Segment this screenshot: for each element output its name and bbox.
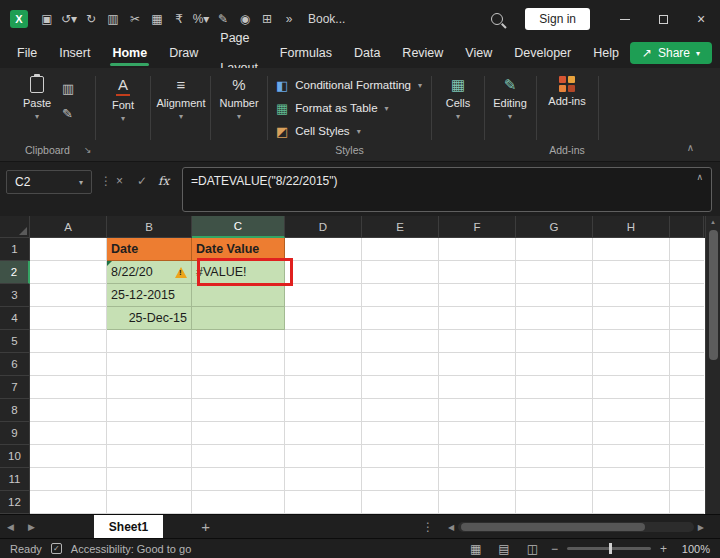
row-header-3[interactable]: 3	[0, 284, 30, 307]
cell-A10[interactable]	[30, 445, 107, 468]
search-icon[interactable]	[491, 13, 503, 25]
column-header-B[interactable]: B	[107, 216, 192, 238]
cell-G12[interactable]	[516, 491, 593, 514]
cell-H9[interactable]	[593, 422, 670, 445]
cell-B9[interactable]	[107, 422, 192, 445]
cell-B7[interactable]	[107, 376, 192, 399]
redo-icon[interactable]: ↻	[80, 12, 102, 26]
tab-help[interactable]: Help	[582, 38, 630, 68]
cell-B1[interactable]: Date	[107, 238, 192, 261]
chart-icon[interactable]: ▦	[146, 12, 168, 26]
cell-A4[interactable]	[30, 307, 107, 330]
column-header-A[interactable]: A	[30, 216, 107, 238]
cell-G3[interactable]	[516, 284, 593, 307]
zoom-in-icon[interactable]: +	[660, 542, 667, 556]
cell-G11[interactable]	[516, 468, 593, 491]
cell-H6[interactable]	[593, 353, 670, 376]
currency-format-icon[interactable]: ₹	[168, 12, 190, 26]
tab-data[interactable]: Data	[343, 38, 391, 68]
cell-E8[interactable]	[362, 399, 439, 422]
cell-D9[interactable]	[285, 422, 362, 445]
conditional-formatting-button[interactable]: ◧ Conditional Formatting ▾	[276, 76, 422, 94]
row-header-2[interactable]: 2	[0, 261, 30, 284]
alignment-group-button[interactable]: ≡ Alignment ▾	[152, 76, 210, 121]
cell-D10[interactable]	[285, 445, 362, 468]
cell-C8[interactable]	[192, 399, 285, 422]
column-header-C[interactable]: C	[192, 216, 285, 238]
cell-B6[interactable]	[107, 353, 192, 376]
row-header-6[interactable]: 6	[0, 353, 30, 376]
font-group-button[interactable]: A Font ▾	[98, 76, 148, 123]
cell-H5[interactable]	[593, 330, 670, 353]
collapse-formula-bar-icon[interactable]: ∧	[696, 172, 703, 182]
cell-B12[interactable]	[107, 491, 192, 514]
tab-developer[interactable]: Developer	[503, 38, 582, 68]
undo-icon[interactable]: ↺▾	[58, 12, 80, 26]
column-header-F[interactable]: F	[439, 216, 516, 238]
clipboard-dialog-launcher-icon[interactable]: ↘	[84, 145, 92, 155]
cell-F2[interactable]	[439, 261, 516, 284]
cell-B2[interactable]: 8/22/20	[107, 261, 192, 284]
cell-H8[interactable]	[593, 399, 670, 422]
tab-home[interactable]: Home	[101, 38, 158, 68]
cell-A6[interactable]	[30, 353, 107, 376]
cell-F11[interactable]	[439, 468, 516, 491]
cell-H4[interactable]	[593, 307, 670, 330]
column-header-G[interactable]: G	[516, 216, 593, 238]
excel-app-icon[interactable]	[10, 10, 28, 28]
cell-E9[interactable]	[362, 422, 439, 445]
horizontal-scrollbar-thumb[interactable]	[461, 523, 645, 531]
formula-input[interactable]: =DATEVALUE("8/22/2015") ∧	[182, 167, 712, 212]
cell-A12[interactable]	[30, 491, 107, 514]
horizontal-scrollbar[interactable]: ◀ ▶	[448, 520, 704, 534]
cell-A2[interactable]	[30, 261, 107, 284]
sheet-tab-sheet1[interactable]: Sheet1	[94, 515, 163, 539]
tab-insert[interactable]: Insert	[48, 38, 101, 68]
accessibility-status[interactable]: Accessibility: Good to go	[71, 543, 191, 555]
paste-button[interactable]: Paste ▾	[14, 76, 60, 121]
zoom-slider-thumb[interactable]	[609, 543, 612, 554]
close-button[interactable]: ×	[682, 0, 720, 38]
cell-A7[interactable]	[30, 376, 107, 399]
cell-G8[interactable]	[516, 399, 593, 422]
cell-F8[interactable]	[439, 399, 516, 422]
scroll-left-icon[interactable]: ◀	[448, 523, 454, 532]
cell-C2[interactable]: #VALUE!	[192, 261, 285, 284]
vertical-scrollbar[interactable]: ▴	[705, 216, 720, 514]
cell-E12[interactable]	[362, 491, 439, 514]
scroll-right-icon[interactable]: ▶	[698, 523, 704, 532]
row-header-4[interactable]: 4	[0, 307, 30, 330]
cell-B5[interactable]	[107, 330, 192, 353]
copy-icon[interactable]: ▥	[62, 82, 74, 95]
row-header-1[interactable]: 1	[0, 238, 30, 261]
collapse-ribbon-icon[interactable]: ∧	[687, 142, 694, 153]
cell-A1[interactable]	[30, 238, 107, 261]
cell-C5[interactable]	[192, 330, 285, 353]
insert-function-icon[interactable]: fx	[158, 174, 169, 188]
cell-A11[interactable]	[30, 468, 107, 491]
cell-G7[interactable]	[516, 376, 593, 399]
cell-H7[interactable]	[593, 376, 670, 399]
maximize-button[interactable]	[644, 0, 682, 38]
vertical-scrollbar-thumb[interactable]	[709, 230, 718, 360]
cell-D6[interactable]	[285, 353, 362, 376]
cell-G4[interactable]	[516, 307, 593, 330]
tab-review[interactable]: Review	[391, 38, 454, 68]
cell-F6[interactable]	[439, 353, 516, 376]
column-header-D[interactable]: D	[285, 216, 362, 238]
sign-in-button[interactable]: Sign in	[525, 8, 590, 30]
cell-E10[interactable]	[362, 445, 439, 468]
cell-F9[interactable]	[439, 422, 516, 445]
page-layout-view-button[interactable]: ▤	[494, 542, 513, 556]
cell-F3[interactable]	[439, 284, 516, 307]
cell-B4[interactable]: 25-Dec-15	[107, 307, 192, 330]
cell-H10[interactable]	[593, 445, 670, 468]
cell-C3[interactable]	[192, 284, 285, 307]
cell-F12[interactable]	[439, 491, 516, 514]
cell-D3[interactable]	[285, 284, 362, 307]
cell-C6[interactable]	[192, 353, 285, 376]
cell-H3[interactable]	[593, 284, 670, 307]
minimize-button[interactable]	[606, 0, 644, 38]
cell-G5[interactable]	[516, 330, 593, 353]
cell-A8[interactable]	[30, 399, 107, 422]
